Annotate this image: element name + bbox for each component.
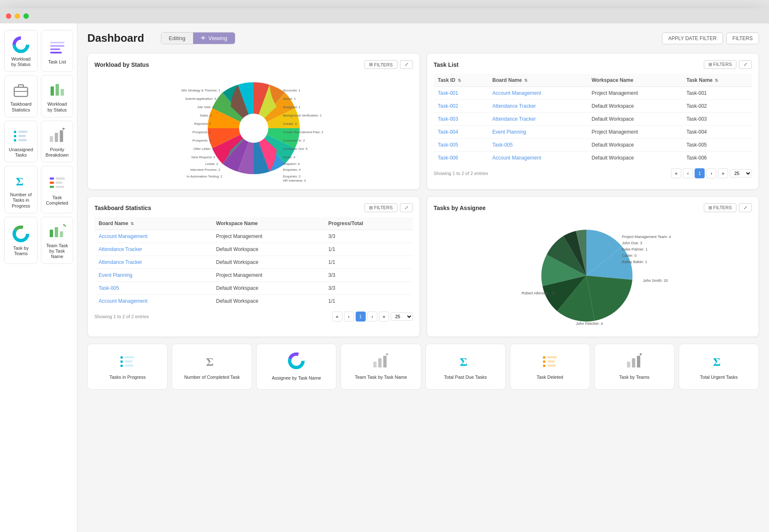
svg-rect-36: [65, 225, 66, 226]
bottom-card-task-by-teams[interactable]: Task by Teams: [594, 344, 675, 390]
svg-rect-81: [125, 365, 133, 367]
task-id-link[interactable]: Task-005: [438, 142, 458, 148]
task-id-link[interactable]: Task-003: [438, 116, 458, 122]
board-link[interactable]: Attendance Tracker: [99, 259, 142, 265]
page-prev-btn[interactable]: ‹: [344, 312, 354, 322]
svg-point-12: [14, 131, 16, 133]
board-link[interactable]: Account Management: [492, 90, 541, 96]
board-link[interactable]: Attendance Tracker: [99, 246, 142, 252]
task-id-link[interactable]: Task-004: [438, 129, 458, 135]
svg-point-39: [239, 114, 268, 143]
board-link[interactable]: Account Management: [99, 233, 148, 239]
page-next-btn[interactable]: ›: [367, 312, 377, 322]
bottom-card-task-deleted[interactable]: Task Deleted: [510, 344, 590, 390]
assignee-expand-btn[interactable]: ⤢: [739, 203, 752, 212]
sidebar-card-workload-status[interactable]: Workload by Status: [4, 30, 38, 72]
page-last-btn[interactable]: »: [718, 168, 728, 178]
cell-workspace: Default Workspace: [212, 243, 324, 256]
board-link[interactable]: Attendance Tracker: [492, 103, 536, 109]
workload-expand-btn[interactable]: ⤢: [400, 60, 413, 69]
sidebar-card-unassigned[interactable]: Unassigned Tasks: [4, 121, 38, 162]
svg-text:Rejected: 2: Rejected: 2: [194, 122, 211, 126]
cell-workspace: Project Management: [212, 269, 324, 282]
apply-date-filter-btn[interactable]: APPLY DATE FILTER: [662, 33, 723, 44]
board-link[interactable]: Event Planning: [492, 129, 526, 135]
viewing-btn[interactable]: 👁 Viewing: [193, 33, 235, 44]
board-link[interactable]: Task-005: [99, 285, 119, 291]
task-id-link[interactable]: Task-001: [438, 90, 458, 96]
cell-workspace: Default Workspace: [588, 139, 682, 152]
board-link[interactable]: Account Management: [99, 298, 148, 304]
bar-chart-icon: [47, 81, 67, 98]
sidebar-card-tasks-progress[interactable]: Σ Number of Tasks in Progress: [4, 166, 38, 213]
page-1-btn[interactable]: 1: [695, 168, 705, 178]
sort-icon[interactable]: ⇅: [458, 78, 461, 83]
page-first-btn[interactable]: «: [671, 168, 681, 178]
taskboard-filters-btn[interactable]: ⊞ FILTERS: [364, 203, 397, 212]
sort-icon[interactable]: ⇅: [715, 78, 718, 83]
minimize-button[interactable]: [15, 13, 20, 19]
per-page-select[interactable]: 2550100: [391, 312, 413, 321]
bottom-card-team-task[interactable]: Team Task by Task Name: [341, 344, 421, 390]
svg-rect-87: [378, 358, 382, 367]
assignee-filters-btn[interactable]: ⊞ FILTERS: [704, 203, 736, 212]
cell-task-id: Task-002: [434, 100, 489, 113]
cell-task-name: Task-003: [682, 113, 752, 126]
bottom-card-past-due[interactable]: Σ Total Past Due Tasks: [425, 344, 506, 390]
page-next-btn[interactable]: ›: [706, 168, 716, 178]
tasklist-table-wrap: Task ID ⇅ Board Name ⇅ Workspace Name Ta…: [434, 74, 752, 164]
page-1-btn[interactable]: 1: [356, 312, 366, 322]
editing-btn[interactable]: Editing: [161, 33, 193, 44]
bottom-card-label: Total Past Due Tasks: [444, 374, 487, 380]
board-link[interactable]: Account Management: [492, 155, 541, 161]
bar-chart-green-icon: [47, 223, 67, 240]
svg-rect-98: [627, 362, 630, 367]
bottom-card-assignee[interactable]: Assignee by Task Name: [256, 344, 336, 390]
filters-btn[interactable]: FILTERS: [726, 33, 759, 44]
sidebar-card-task-teams[interactable]: Task by Teams: [4, 217, 38, 264]
page-last-btn[interactable]: »: [379, 312, 389, 322]
cell-workspace: Default Workspace: [588, 152, 682, 165]
table-row: Task-001 Account Management Project Mana…: [434, 87, 752, 100]
view-toggle: Editing 👁 Viewing: [161, 32, 235, 44]
bottom-card-label: Task Deleted: [537, 374, 563, 380]
svg-rect-19: [55, 133, 58, 142]
board-link[interactable]: Event Planning: [99, 272, 132, 278]
svg-text:Submit application: 3: Submit application: 3: [185, 97, 216, 101]
tasklist-expand-btn[interactable]: ⤢: [739, 60, 752, 69]
svg-rect-35: [60, 231, 63, 237]
svg-text:New Request: 2: New Request: 2: [191, 155, 215, 159]
close-button[interactable]: [6, 13, 11, 19]
bottom-card-tasks-progress[interactable]: Tasks in Progress: [87, 344, 168, 390]
app-body: Workload by Status Task List: [0, 23, 769, 532]
board-link[interactable]: Task-005: [492, 142, 513, 148]
cell-workspace: Project Management: [588, 126, 682, 139]
bottom-card-urgent[interactable]: Σ Total Urgent Tasks: [679, 344, 759, 390]
sort-icon[interactable]: ⇅: [524, 78, 527, 83]
page-first-btn[interactable]: «: [332, 312, 342, 322]
sidebar-card-taskboard-stats[interactable]: Taskboard Statistics: [4, 75, 38, 117]
task-id-link[interactable]: Task-002: [438, 103, 458, 109]
sidebar-card-priority[interactable]: Priority Breakdown: [41, 121, 73, 162]
tasklist-showing: Showing 1 to 2 of 2 entries: [434, 171, 488, 176]
tasklist-actions: ⊞ FILTERS ⤢: [704, 60, 752, 69]
board-link[interactable]: Attendance Tracker: [492, 116, 536, 122]
tasklist-filters-btn[interactable]: ⊞ FILTERS: [704, 60, 736, 69]
dashboard-grid-bottom: Taskboard Statistics ⊞ FILTERS ⤢ Board N…: [87, 196, 759, 337]
sort-icon[interactable]: ⇅: [130, 221, 134, 226]
cell-progress: 1/1: [324, 243, 413, 256]
bottom-card-completed[interactable]: Σ Number of Completed Task: [172, 344, 252, 390]
maximize-button[interactable]: [23, 13, 29, 19]
svg-text:Create: 3: Create: 3: [283, 122, 297, 126]
sidebar-card-team-task[interactable]: Team Task by Task Name: [41, 217, 73, 264]
sidebar-card-workload-bar[interactable]: Workload by Status: [41, 75, 73, 117]
taskboard-expand-btn[interactable]: ⤢: [400, 203, 413, 212]
per-page-select[interactable]: 25 50 100: [730, 169, 752, 177]
sidebar-card-task-list[interactable]: Task List: [41, 30, 73, 72]
workload-filters-btn[interactable]: ⊞ FILTERS: [364, 60, 397, 69]
cell-task-id: Task-004: [434, 126, 489, 139]
sidebar-card-task-completed[interactable]: Task Completed: [41, 166, 73, 213]
donut-teal-icon: [11, 225, 31, 242]
task-id-link[interactable]: Task-006: [438, 155, 458, 161]
page-prev-btn[interactable]: ‹: [683, 168, 693, 178]
